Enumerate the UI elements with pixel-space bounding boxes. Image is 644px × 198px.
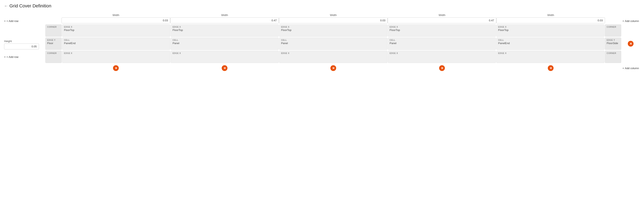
list-item: EDGE X FloorTop: [171, 24, 279, 37]
grid-container: + + Add row Width Width W: [4, 14, 640, 71]
list-item: CORNER: [605, 51, 621, 63]
col1-width-input[interactable]: [62, 18, 170, 24]
edge-val-r1c4: FloorTop: [390, 28, 494, 32]
delete-row-button[interactable]: ✕: [628, 41, 634, 46]
cell-val-r2c4: Panel: [390, 42, 494, 45]
header: ← Grid Cover Definition: [4, 3, 640, 8]
list-item: CORNER: [45, 24, 62, 37]
col4-label: Width: [438, 14, 445, 16]
column-headers-row: + + Add row Width Width W: [4, 14, 640, 24]
edge-val-r1c1: FloorTop: [64, 28, 168, 32]
col2-width-input[interactable]: [170, 18, 279, 24]
column-1-header: Width: [62, 14, 170, 24]
list-item: CORNER: [45, 51, 62, 63]
edge-tag-r1c4: EDGE X: [390, 26, 494, 28]
plus-icon-bot-col: +: [622, 67, 624, 70]
row2-cells: EDGE Y Floor CELL PanelEnd CELL Panel CE…: [45, 37, 622, 50]
edgey-val-l: Floor: [47, 42, 60, 45]
edge-tag-r1c2: EDGE X: [172, 26, 277, 28]
height-input[interactable]: [4, 44, 39, 50]
plus-icon-col: +: [622, 20, 624, 22]
table-row: Height EDGE Y Floor CELL PanelEnd CELL: [4, 37, 640, 50]
add-row-top-label: + Add row: [6, 20, 18, 22]
delete-col5-button[interactable]: ✕: [548, 65, 554, 71]
delete-col3-button[interactable]: ✕: [330, 65, 336, 71]
close-icon: ✕: [441, 66, 444, 70]
add-col-label: Add column: [625, 20, 639, 22]
delete-col4-button[interactable]: ✕: [439, 65, 445, 71]
corner-tag-tl: CORNER: [47, 26, 60, 28]
table-row: + + Add row CORNER EDGE X EDGE X E: [4, 50, 640, 63]
corner-tag-bl: CORNER: [47, 52, 60, 54]
col3-width-input[interactable]: [279, 18, 388, 24]
add-row-top-button[interactable]: + + Add row: [4, 19, 18, 24]
plus-icon: +: [4, 20, 6, 22]
list-item: EDGE X: [171, 51, 279, 63]
back-button[interactable]: ←: [4, 4, 8, 8]
cell-tag-r2c1: CELL: [64, 39, 168, 41]
delete-col2-button[interactable]: ✕: [222, 65, 228, 71]
row1-left: [4, 24, 45, 37]
add-row-bottom-button[interactable]: + + Add row: [4, 54, 18, 59]
cell-val-r2c1: PanelEnd: [64, 42, 168, 45]
bottom-cols: ✕ ✕ ✕ ✕: [45, 65, 622, 71]
table-row: CORNER EDGE X FloorTop EDGE X FloorTop E…: [4, 24, 640, 37]
list-item: EDGE Y Floor: [45, 38, 62, 50]
list-item: CELL PanelEnd: [496, 38, 604, 50]
row3-cells: CORNER EDGE X EDGE X EDGE X EDGE X: [45, 50, 622, 63]
back-icon: ←: [4, 4, 8, 8]
edgey-val-r: FloorSide: [607, 42, 620, 45]
add-row-bottom-label: + Add row: [6, 56, 18, 58]
delete-col3-area: ✕: [279, 65, 388, 71]
edge-tag-r1c5: EDGE X: [498, 26, 602, 28]
edge-tag-r1c1: EDGE X: [64, 26, 168, 28]
col2-label: Width: [221, 14, 228, 16]
cell-tag-r2c3: CELL: [281, 39, 385, 41]
list-item: EDGE X: [496, 51, 604, 63]
list-item: CELL Panel: [388, 38, 496, 50]
add-column-bottom-area: + Add column: [622, 67, 640, 70]
row2-left: Height: [4, 37, 45, 50]
add-column-bottom-button[interactable]: + Add column: [622, 67, 639, 70]
col5-width-input[interactable]: [496, 18, 605, 24]
delete-col5-area: ✕: [496, 65, 605, 71]
plus-icon-bot: +: [4, 56, 6, 58]
list-item: CELL Panel: [171, 38, 279, 50]
add-column-top-area: + Add column: [622, 20, 640, 24]
row1-cells: CORNER EDGE X FloorTop EDGE X FloorTop E…: [45, 24, 622, 37]
delete-col1-area: ✕: [62, 65, 170, 71]
cell-val-r2c5: PanelEnd: [498, 42, 602, 45]
page-title: Grid Cover Definition: [10, 3, 51, 8]
column-2-header: Width: [170, 14, 279, 24]
close-icon: ✕: [223, 66, 226, 70]
grid-rows: CORNER EDGE X FloorTop EDGE X FloorTop E…: [4, 24, 640, 64]
col3-label: Width: [330, 14, 336, 16]
list-item: EDGE X FloorTop: [496, 24, 604, 37]
list-item: CELL PanelEnd: [62, 38, 170, 50]
row3-right: [622, 50, 640, 63]
col4-width-input[interactable]: [388, 18, 496, 24]
col1-label: Width: [112, 14, 119, 16]
column-5-header: Width: [496, 14, 605, 24]
delete-col2-area: ✕: [170, 65, 279, 71]
edge-tag-r1c3: EDGE X: [281, 26, 385, 28]
add-col-bottom-label: Add column: [625, 67, 639, 70]
edge-val-r1c2: FloorTop: [172, 28, 277, 32]
add-column-top-button[interactable]: + Add column: [622, 20, 639, 22]
close-icon: ✕: [332, 66, 335, 70]
delete-col1-button[interactable]: ✕: [113, 65, 119, 71]
row3-left: + + Add row: [4, 50, 45, 63]
list-item: CORNER: [605, 24, 621, 37]
close-icon: ✕: [115, 66, 117, 70]
corner-tag-tr: CORNER: [607, 26, 620, 28]
row2-right: ✕: [622, 37, 640, 50]
row1-right: [622, 24, 640, 37]
cell-val-r2c2: Panel: [172, 42, 277, 45]
col5-label: Width: [547, 14, 554, 16]
edge-tag-r3c5: EDGE X: [498, 52, 602, 54]
column-4-header: Width: [388, 14, 496, 24]
list-item: EDGE X FloorTop: [62, 24, 170, 37]
delete-col4-area: ✕: [388, 65, 496, 71]
bottom-corner-spacer-l: [45, 65, 62, 71]
close-icon: ✕: [630, 42, 632, 46]
